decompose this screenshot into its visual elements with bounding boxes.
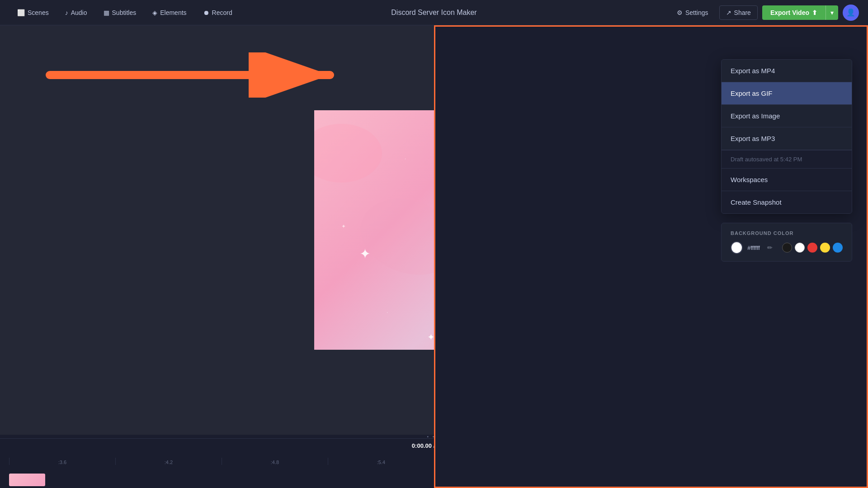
elements-icon: ◈ — [152, 9, 157, 16]
top-nav: ⬜ Scenes ♪ Audio ▦ Subtitles ◈ Elements … — [0, 0, 868, 25]
workspaces-item[interactable]: Workspaces — [722, 168, 852, 191]
export-dropdown-menu: Export as MP4 Export as GIF Export as Im… — [721, 59, 852, 214]
export-mp4-label: Export as MP4 — [731, 67, 775, 75]
chevron-down-icon: ▾ — [830, 9, 834, 16]
export-video-label: Export Video — [770, 9, 809, 16]
tab-record-label: Record — [212, 9, 232, 16]
color-swatches — [782, 243, 843, 253]
scenes-icon: ⬜ — [17, 9, 25, 16]
right-panel: Export as MP4 Export as GIF Export as Im… — [434, 25, 868, 488]
upload-icon: ⬆ — [812, 9, 817, 16]
color-picker-button[interactable]: ✏ — [764, 242, 776, 253]
main-layout: ✦ ✦ ✦ ✦ ✦ ✦ · · · • • • 0:00.00 / 0:03.8… — [0, 25, 868, 488]
export-video-group: Export Video ⬆ ▾ — [762, 5, 838, 20]
share-button[interactable]: ↗ Share — [719, 5, 758, 20]
gear-icon: ⚙ — [677, 9, 683, 16]
record-icon: ⏺ — [203, 9, 209, 16]
share-label: Share — [734, 9, 751, 16]
ruler-mark-4: :5.4 — [328, 458, 434, 465]
ruler-mark-1: :3.6 — [9, 458, 115, 465]
swatch-black[interactable] — [782, 243, 792, 253]
export-mp3-label: Export as MP3 — [731, 135, 775, 142]
create-snapshot-label: Create Snapshot — [731, 198, 782, 206]
settings-label: Settings — [685, 9, 708, 16]
subtitles-icon: ▦ — [104, 9, 109, 16]
export-gif-label: Export as GIF — [731, 89, 773, 97]
app-title: Discord Server Icon Maker — [391, 9, 476, 17]
export-video-dropdown-button[interactable]: ▾ — [826, 5, 838, 20]
avatar-icon: 👤 — [846, 8, 855, 17]
sparkle-2: ✦ — [359, 246, 371, 262]
tab-scenes[interactable]: ⬜ Scenes — [9, 5, 57, 20]
export-gif-item[interactable]: Export as GIF — [722, 82, 852, 105]
arrow-annotation — [27, 52, 366, 98]
sparkle-8: · — [387, 309, 388, 315]
export-mp4-item[interactable]: Export as MP4 — [722, 60, 852, 82]
tab-subtitles[interactable]: ▦ Subtitles — [95, 5, 145, 20]
tab-elements-label: Elements — [160, 9, 186, 16]
ruler-mark-3: :4.8 — [222, 458, 328, 465]
current-time: 0:00.00 — [412, 442, 432, 449]
sparkle-7: · — [405, 155, 406, 162]
nav-tabs: ⬜ Scenes ♪ Audio ▦ Subtitles ◈ Elements … — [9, 5, 241, 20]
swatch-white[interactable] — [795, 243, 805, 253]
export-video-button[interactable]: Export Video ⬆ — [762, 5, 826, 20]
audio-icon: ♪ — [65, 9, 68, 16]
export-image-label: Export as Image — [731, 112, 780, 120]
workspaces-label: Workspaces — [731, 176, 768, 183]
tab-subtitles-label: Subtitles — [112, 9, 137, 16]
ruler-mark-2: :4.2 — [115, 458, 222, 465]
tab-scenes-label: Scenes — [28, 9, 49, 16]
tab-record[interactable]: ⏺ Record — [195, 5, 241, 20]
autosave-info: Draft autosaved at 5:42 PM — [722, 150, 852, 168]
bg-color-section: BACKGROUND COLOR #ffffff ✏ — [721, 223, 852, 262]
export-image-item[interactable]: Export as Image — [722, 105, 852, 127]
nav-actions: ⚙ Settings ↗ Share Export Video ⬆ ▾ 👤 — [670, 5, 859, 21]
swatch-red[interactable] — [807, 243, 817, 253]
bg-color-title: BACKGROUND COLOR — [731, 230, 843, 236]
user-avatar[interactable]: 👤 — [843, 5, 859, 21]
color-hex: #ffffff — [747, 244, 760, 251]
create-snapshot-item[interactable]: Create Snapshot — [722, 191, 852, 213]
swatch-blue[interactable] — [833, 243, 843, 253]
color-row: #ffffff ✏ — [731, 241, 843, 254]
settings-button[interactable]: ⚙ Settings — [670, 6, 715, 19]
export-mp3-item[interactable]: Export as MP3 — [722, 127, 852, 150]
timeline-strip[interactable] — [9, 474, 45, 486]
swatch-yellow[interactable] — [820, 243, 830, 253]
tab-audio[interactable]: ♪ Audio — [57, 5, 95, 20]
tab-elements[interactable]: ◈ Elements — [144, 5, 194, 20]
sparkle-5: ✦ — [341, 223, 346, 230]
share-icon: ↗ — [726, 9, 731, 16]
color-preview[interactable] — [731, 241, 743, 254]
tab-audio-label: Audio — [71, 9, 87, 16]
